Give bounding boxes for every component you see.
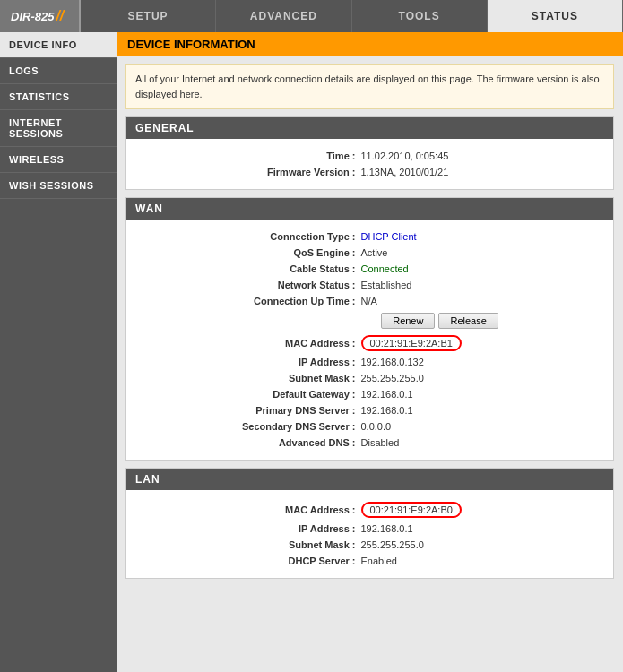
sidebar-item-internet-sessions[interactable]: INTERNET SESSIONS xyxy=(0,110,117,147)
wan-primary-dns-label: Primary DNS Server : xyxy=(218,405,361,416)
firmware-value: 1.13NA, 2010/01/21 xyxy=(361,167,523,177)
wan-secondary-dns-row: Secondary DNS Server : 0.0.0.0 xyxy=(144,418,595,435)
network-status-row: Network Status : Established xyxy=(144,277,595,293)
lan-mac-row: MAC Address : 00:21:91:E9:2A:B0 xyxy=(144,499,595,521)
wan-gateway-row: Default Gateway : 192.168.0.1 xyxy=(144,386,595,402)
firmware-row: Firmware Version : 1.13NA, 2010/01/21 xyxy=(144,164,595,180)
device-model: DIR-825 xyxy=(11,10,54,23)
cable-status-row: Cable Status : Connected xyxy=(144,261,595,277)
wan-primary-dns-value: 192.168.0.1 xyxy=(361,405,523,416)
wan-subnet-value: 255.255.255.0 xyxy=(361,373,523,383)
wan-subnet-row: Subnet Mask : 255.255.255.0 xyxy=(144,370,595,386)
wan-gateway-label: Default Gateway : xyxy=(218,389,361,400)
renew-button[interactable]: Renew xyxy=(381,313,435,329)
lan-section-header: LAN xyxy=(126,469,613,490)
time-label: Time : xyxy=(218,151,361,161)
lan-subnet-row: Subnet Mask : 255.255.255.0 xyxy=(144,537,595,553)
sidebar-item-wireless[interactable]: WIRELESS xyxy=(0,147,117,173)
wan-gateway-value: 192.168.0.1 xyxy=(361,389,523,400)
firmware-label: Firmware Version : xyxy=(218,167,361,177)
wan-ip-row: IP Address : 192.168.0.132 xyxy=(144,354,595,370)
wan-advanced-dns-value: Disabled xyxy=(361,437,523,448)
cable-status-value: Connected xyxy=(361,263,523,274)
wan-mac-label: MAC Address : xyxy=(218,338,361,349)
btn-row: Renew Release xyxy=(144,309,595,332)
lan-ip-value: 192.168.0.1 xyxy=(361,523,523,534)
logo-slash: // xyxy=(56,8,64,24)
tab-tools[interactable]: TOOLS xyxy=(352,0,488,32)
top-nav: DIR-825 // SETUP ADVANCED TOOLS STATUS xyxy=(0,0,623,32)
wan-secondary-dns-value: 0.0.0.0 xyxy=(361,421,523,432)
cable-status-label: Cable Status : xyxy=(218,263,361,274)
lan-dhcp-label: DHCP Server : xyxy=(218,556,361,566)
qos-value: Active xyxy=(361,247,523,258)
wan-mac-value: 00:21:91:E9:2A:B1 xyxy=(361,335,523,351)
tab-advanced[interactable]: ADVANCED xyxy=(216,0,351,32)
connection-type-label: Connection Type : xyxy=(218,231,361,242)
wan-ip-value: 192.168.0.132 xyxy=(361,357,523,367)
wan-section: WAN Connection Type : DHCP Client QoS En… xyxy=(125,197,614,461)
sidebar-item-statistics[interactable]: STATISTICS xyxy=(0,84,117,110)
page-description: All of your Internet and network connect… xyxy=(125,64,614,109)
time-row: Time : 11.02.2010, 0:05:45 xyxy=(144,148,595,164)
wan-primary-dns-row: Primary DNS Server : 192.168.0.1 xyxy=(144,402,595,418)
lan-dhcp-row: DHCP Server : Enabled xyxy=(144,553,595,569)
content-area: DEVICE INFORMATION All of your Internet … xyxy=(117,32,623,672)
main-layout: DEVICE INFO LOGS STATISTICS INTERNET SES… xyxy=(0,32,623,672)
wan-advanced-dns-row: Advanced DNS : Disabled xyxy=(144,435,595,451)
connection-type-value: DHCP Client xyxy=(361,231,523,242)
sidebar-item-wish-sessions[interactable]: WISH SESSIONS xyxy=(0,173,117,199)
connection-uptime-label: Connection Up Time : xyxy=(218,296,361,306)
tab-status[interactable]: STATUS xyxy=(488,0,623,32)
wan-section-body: Connection Type : DHCP Client QoS Engine… xyxy=(126,220,613,460)
time-value: 11.02.2010, 0:05:45 xyxy=(361,151,523,161)
wan-mac-highlight: 00:21:91:E9:2A:B1 xyxy=(361,335,462,351)
nav-tabs: SETUP ADVANCED TOOLS STATUS xyxy=(81,0,623,32)
sidebar-item-device-info[interactable]: DEVICE INFO xyxy=(0,32,117,58)
general-section-header: GENERAL xyxy=(126,117,613,139)
qos-row: QoS Engine : Active xyxy=(144,245,595,261)
network-status-label: Network Status : xyxy=(218,280,361,290)
connection-uptime-value: N/A xyxy=(361,296,523,306)
connection-type-row: Connection Type : DHCP Client xyxy=(144,228,595,245)
lan-section: LAN MAC Address : 00:21:91:E9:2A:B0 IP A… xyxy=(125,468,614,579)
wan-mac-row: MAC Address : 00:21:91:E9:2A:B1 xyxy=(144,332,595,354)
general-section: GENERAL Time : 11.02.2010, 0:05:45 Firmw… xyxy=(125,116,614,190)
wan-ip-label: IP Address : xyxy=(218,357,361,367)
page-header: DEVICE INFORMATION xyxy=(117,32,623,56)
wan-section-header: WAN xyxy=(126,198,613,220)
lan-mac-highlight: 00:21:91:E9:2A:B0 xyxy=(361,502,462,518)
lan-mac-label: MAC Address : xyxy=(218,504,361,515)
tab-setup[interactable]: SETUP xyxy=(81,0,216,32)
connection-uptime-row: Connection Up Time : N/A xyxy=(144,293,595,309)
lan-dhcp-value: Enabled xyxy=(361,556,523,566)
lan-section-body: MAC Address : 00:21:91:E9:2A:B0 IP Addre… xyxy=(126,490,613,578)
wan-subnet-label: Subnet Mask : xyxy=(218,373,361,383)
sidebar-item-logs[interactable]: LOGS xyxy=(0,58,117,84)
device-logo: DIR-825 // xyxy=(0,0,81,32)
general-section-body: Time : 11.02.2010, 0:05:45 Firmware Vers… xyxy=(126,139,613,189)
release-button[interactable]: Release xyxy=(438,313,498,329)
wan-advanced-dns-label: Advanced DNS : xyxy=(218,437,361,448)
lan-ip-label: IP Address : xyxy=(218,523,361,534)
network-status-value: Established xyxy=(361,280,523,290)
lan-mac-value: 00:21:91:E9:2A:B0 xyxy=(361,502,523,518)
lan-subnet-value: 255.255.255.0 xyxy=(361,539,523,550)
wan-secondary-dns-label: Secondary DNS Server : xyxy=(218,421,361,432)
lan-subnet-label: Subnet Mask : xyxy=(218,539,361,550)
qos-label: QoS Engine : xyxy=(218,247,361,258)
sidebar: DEVICE INFO LOGS STATISTICS INTERNET SES… xyxy=(0,32,117,672)
lan-ip-row: IP Address : 192.168.0.1 xyxy=(144,521,595,537)
